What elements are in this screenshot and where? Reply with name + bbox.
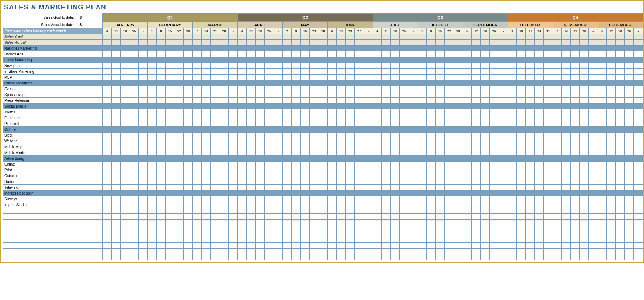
grid-cell[interactable] [328, 109, 337, 115]
grid-cell[interactable] [444, 57, 454, 63]
grid-cell[interactable] [508, 185, 517, 191]
grid-cell[interactable] [633, 69, 643, 75]
grid-cell[interactable] [382, 115, 391, 121]
grid-cell[interactable] [337, 220, 346, 225]
grid-cell[interactable] [517, 237, 526, 243]
grid-cell[interactable] [184, 173, 193, 179]
grid-cell[interactable] [472, 179, 481, 185]
grid-cell[interactable] [112, 225, 121, 231]
grid-cell[interactable] [354, 202, 364, 208]
grid-cell[interactable] [247, 46, 256, 51]
grid-cell[interactable] [571, 156, 580, 162]
grid-cell[interactable] [472, 46, 481, 51]
grid-cell[interactable] [481, 202, 490, 208]
grid-cell[interactable] [454, 98, 463, 104]
grid-cell[interactable] [399, 185, 409, 191]
grid-cell[interactable] [247, 115, 256, 121]
grid-cell[interactable] [616, 86, 625, 92]
grid-cell[interactable] [157, 115, 166, 121]
grid-cell[interactable] [553, 57, 562, 63]
grid-cell[interactable] [616, 156, 625, 162]
grid-cell[interactable] [292, 220, 301, 225]
grid-cell[interactable] [436, 46, 445, 51]
grid-cell[interactable] [526, 225, 535, 231]
grid-cell[interactable] [337, 80, 346, 86]
grid-cell[interactable] [553, 98, 562, 104]
grid-cell[interactable] [148, 127, 157, 133]
grid-cell[interactable] [633, 75, 643, 80]
grid-cell[interactable] [391, 69, 400, 75]
grid-cell[interactable] [193, 156, 202, 162]
grid-cell[interactable] [238, 167, 247, 173]
grid-cell[interactable] [526, 202, 535, 208]
grid-cell[interactable] [337, 75, 346, 80]
grid-cell[interactable] [210, 127, 220, 133]
grid-cell[interactable] [463, 46, 472, 51]
grid-cell[interactable] [598, 156, 607, 162]
grid-cell[interactable] [409, 80, 418, 86]
grid-cell[interactable] [274, 237, 283, 243]
grid-cell[interactable] [454, 109, 463, 115]
grid-cell[interactable] [193, 243, 202, 249]
grid-cell[interactable] [481, 196, 490, 202]
grid-cell[interactable] [481, 115, 490, 121]
grid-cell[interactable] [210, 243, 220, 249]
grid-cell[interactable] [345, 202, 354, 208]
grid-cell[interactable] [165, 98, 175, 104]
grid-cell[interactable] [256, 127, 265, 133]
grid-cell[interactable] [436, 104, 445, 109]
grid-cell[interactable] [607, 191, 616, 196]
grid-cell[interactable] [499, 150, 508, 156]
grid-cell[interactable] [103, 46, 112, 51]
grid-cell[interactable] [193, 133, 202, 138]
grid-cell[interactable] [553, 214, 562, 220]
grid-cell[interactable] [139, 214, 148, 220]
grid-cell[interactable] [337, 92, 346, 98]
grid-cell[interactable] [220, 225, 229, 231]
grid-cell[interactable] [175, 63, 184, 69]
grid-cell[interactable] [607, 249, 616, 254]
task-row[interactable]: Outdoor [3, 173, 103, 179]
grid-cell[interactable] [256, 133, 265, 138]
grid-cell[interactable] [319, 138, 328, 144]
grid-cell[interactable] [391, 40, 400, 46]
grid-cell[interactable] [517, 220, 526, 225]
grid-cell[interactable] [580, 138, 589, 144]
grid-cell[interactable] [247, 243, 256, 249]
grid-cell[interactable] [418, 80, 427, 86]
grid-cell[interactable] [409, 231, 418, 237]
grid-cell[interactable] [364, 150, 373, 156]
grid-cell[interactable] [508, 237, 517, 243]
grid-cell[interactable] [472, 191, 481, 196]
grid-cell[interactable] [148, 243, 157, 249]
grid-cell[interactable] [247, 92, 256, 98]
grid-cell[interactable] [499, 92, 508, 98]
grid-cell[interactable] [508, 46, 517, 51]
grid-cell[interactable] [229, 179, 238, 185]
grid-cell[interactable] [598, 254, 607, 260]
grid-cell[interactable] [588, 46, 598, 51]
grid-cell[interactable] [354, 69, 364, 75]
grid-cell[interactable] [562, 225, 571, 231]
grid-cell[interactable] [300, 237, 309, 243]
grid-cell[interactable] [264, 254, 274, 260]
grid-cell[interactable] [472, 98, 481, 104]
grid-cell[interactable] [256, 63, 265, 69]
grid-cell[interactable] [130, 57, 139, 63]
grid-cell[interactable] [517, 144, 526, 150]
grid-cell[interactable] [391, 150, 400, 156]
grid-cell[interactable] [633, 115, 643, 121]
grid-cell[interactable] [399, 104, 409, 109]
grid-cell[interactable] [175, 202, 184, 208]
grid-cell[interactable] [427, 121, 436, 127]
grid-cell[interactable] [309, 162, 319, 167]
grid-cell[interactable] [616, 34, 625, 40]
grid-cell[interactable] [148, 115, 157, 121]
grid-cell[interactable] [391, 75, 400, 80]
grid-cell[interactable] [309, 34, 319, 40]
grid-cell[interactable] [354, 167, 364, 173]
grid-cell[interactable] [300, 225, 309, 231]
grid-cell[interactable] [382, 69, 391, 75]
grid-cell[interactable] [328, 156, 337, 162]
grid-cell[interactable] [553, 150, 562, 156]
